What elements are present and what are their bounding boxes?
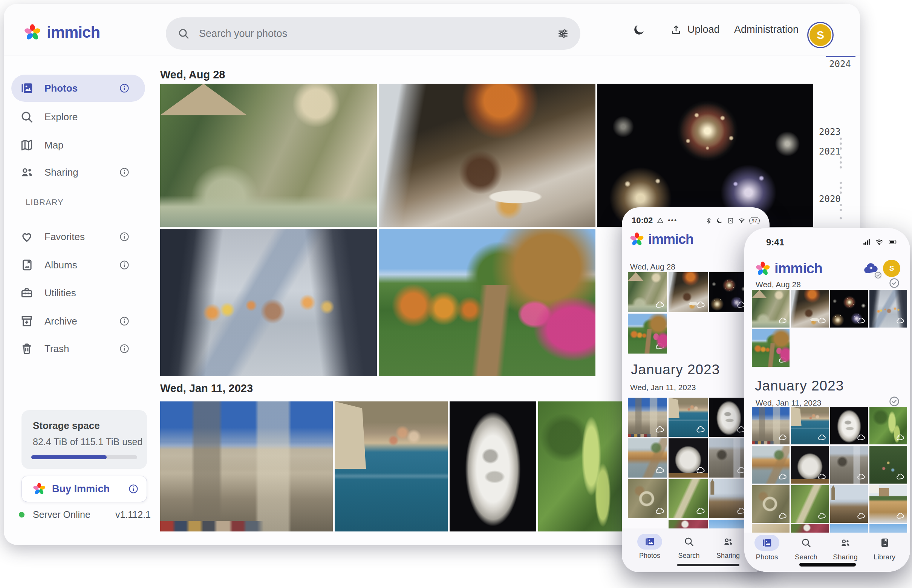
storage-space-card: Storage space 82.4 TiB of 115.1 TiB used [21,410,147,469]
people-icon [839,537,851,548]
nav-item-search[interactable]: Search [670,534,708,560]
photo-coastal-town[interactable] [668,397,708,437]
overflow-dots-icon: ••• [668,217,677,225]
photo-autumn-garden-path[interactable] [752,329,789,367]
nav-item-photos[interactable]: Photos [748,535,786,561]
photo-coastal-town[interactable] [335,401,448,531]
photo-autumn-dinner-table[interactable] [668,272,708,312]
upload-button[interactable]: Upload [670,4,720,55]
search-icon [801,537,812,548]
info-icon[interactable] [119,315,130,327]
date-group-heading: Wed, Aug 28 [630,262,675,271]
sidebar-item-sharing[interactable]: Sharing [11,159,145,186]
cloud-icon [896,433,905,442]
sidebar-item-explore[interactable]: Explore [11,103,145,131]
nav-label: Photos [631,552,668,560]
photo-partial[interactable] [869,524,907,533]
search-filter-icon[interactable] [557,27,569,40]
photo-winter-church[interactable] [709,479,749,518]
info-icon[interactable] [119,82,130,94]
photo-dubrovnik-fortress[interactable] [752,407,789,444]
photo-dubrovnik-fortress[interactable] [160,401,333,531]
info-icon[interactable] [119,166,130,178]
photo-ski-village[interactable] [869,485,907,523]
photo-lizard[interactable] [752,485,789,523]
photo-jungle-monkeys[interactable] [628,272,667,312]
search-input[interactable]: Search your photos [166,17,580,50]
photo-autumn-dinner-table[interactable] [379,84,596,227]
sidebar-item-photos[interactable]: Photos [11,74,145,102]
info-icon[interactable] [119,343,130,354]
sidebar-item-archive[interactable]: Archive [11,308,145,335]
upload-label: Upload [688,24,720,36]
photo-lizard-moss[interactable] [668,479,708,518]
month-heading: January 2023 [755,378,844,394]
photo-jungle-monkeys[interactable] [160,84,377,227]
photo-castle-ruins[interactable] [830,446,868,484]
photo-beach-cliff[interactable] [752,446,789,484]
cloud-icon [778,512,787,520]
nav-item-search[interactable]: Search [787,535,825,561]
album-icon [19,258,34,272]
info-icon[interactable] [119,231,130,242]
cloud-icon [655,300,665,310]
photo-holding-hands[interactable] [160,229,377,376]
sidebar-item-map[interactable]: Map [11,132,145,159]
photo-castle-ruins[interactable] [709,438,749,478]
user-avatar[interactable]: S [883,260,900,277]
nav-item-sharing[interactable]: Sharing [709,534,747,560]
cloud-icon [857,433,866,442]
photo-autumn-garden-path[interactable] [628,313,667,354]
photo-decorated-tree[interactable] [869,446,907,484]
select-all-check-icon[interactable] [888,277,900,289]
cloud-icon [655,506,665,516]
nav-item-sharing[interactable]: Sharing [826,535,864,561]
nav-item-library[interactable]: Library [866,535,903,561]
photo-dubrovnik-fortress[interactable] [628,397,667,437]
photo-marble-bust[interactable] [709,397,749,437]
photo-jungle-monkeys[interactable] [752,290,789,328]
photo-partial[interactable] [830,524,868,533]
photo-sea-grapes[interactable] [869,407,907,444]
photo-sea-grapes[interactable] [538,401,627,531]
photo-marble-sculpture[interactable] [791,446,829,484]
buy-immich-button[interactable]: Buy Immich [21,476,147,502]
immich-logo[interactable]: immich [23,23,100,42]
photo-autumn-dinner-table[interactable] [791,290,829,328]
cloud-icon [896,512,905,520]
nav-item-photos[interactable]: Photos [631,534,668,560]
photo-marble-bust[interactable] [450,401,536,531]
theme-toggle-button[interactable] [633,4,646,55]
photo-lizard[interactable] [628,479,667,518]
photo-partial[interactable] [791,524,829,533]
info-icon[interactable] [128,483,139,494]
logo-wordmark: immich [775,260,822,277]
sidebar-item-utilities[interactable]: Utilities [11,279,145,307]
sidebar-item-favorites[interactable]: Favorites [11,223,145,250]
photo-fireworks[interactable] [597,84,813,227]
photo-partial[interactable] [752,524,789,533]
photo-lizard-moss[interactable] [791,485,829,523]
trash-icon [19,341,34,356]
photo-coastal-town[interactable] [791,407,829,444]
photo-winter-church[interactable] [830,485,868,523]
photo-marble-sculpture[interactable] [668,438,708,478]
nav-label: Library [866,553,903,561]
administration-link[interactable]: Administration [734,4,799,55]
photo-holding-hands[interactable] [869,290,907,328]
photo-fireworks[interactable] [709,272,749,312]
user-avatar[interactable]: S [807,22,834,48]
nav-label: Sharing [709,552,747,560]
sidebar-item-albums[interactable]: Albums [11,251,145,279]
cloud-icon [896,316,905,325]
sidebar-item-trash[interactable]: Trash [11,335,145,362]
photos-icon [644,536,655,547]
cloud-icon [655,341,665,351]
select-all-check-icon[interactable] [888,396,900,407]
photo-marble-bust[interactable] [830,407,868,444]
info-icon[interactable] [119,259,130,271]
photo-beach-cliff[interactable] [628,438,667,478]
photo-fireworks[interactable] [830,290,868,328]
scrubber-year: 2024 [829,59,851,69]
photo-autumn-garden-path[interactable] [379,229,596,376]
